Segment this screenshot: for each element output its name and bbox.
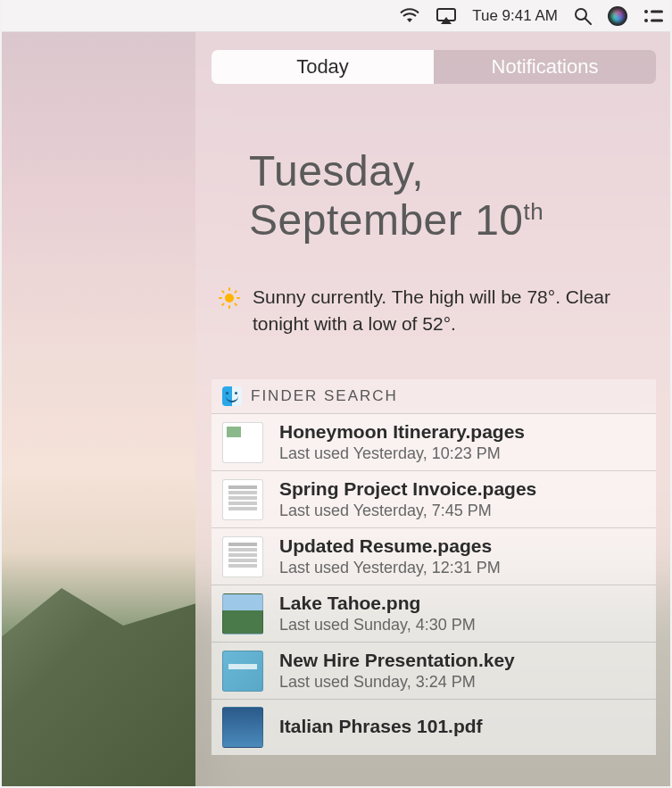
finder-search-widget: FINDER SEARCH Honeymoon Itinerary.pages … bbox=[212, 379, 656, 755]
siri-icon[interactable] bbox=[608, 6, 627, 26]
notification-center-panel: Today Notifications Tuesday, September 1… bbox=[195, 32, 672, 788]
file-thumbnail-icon bbox=[222, 422, 263, 463]
date-display: Tuesday, September 10th bbox=[249, 146, 636, 245]
svg-line-2 bbox=[585, 19, 591, 24]
segmented-control: Today Notifications bbox=[212, 50, 656, 84]
svg-rect-4 bbox=[651, 10, 663, 12]
menubar-datetime[interactable]: Tue 9:41 AM bbox=[472, 7, 558, 25]
weather-widget[interactable]: Sunny currently. The high will be 78°. C… bbox=[219, 284, 645, 336]
file-meta: Last used Sunday, 4:30 PM bbox=[279, 616, 645, 635]
notification-center-icon[interactable] bbox=[643, 9, 663, 23]
file-thumbnail-icon bbox=[222, 479, 263, 520]
spotlight-icon[interactable] bbox=[574, 7, 592, 25]
list-item[interactable]: Updated Resume.pages Last used Yesterday… bbox=[212, 527, 656, 585]
wifi-icon[interactable] bbox=[399, 8, 420, 24]
file-meta: Last used Yesterday, 10:23 PM bbox=[279, 444, 645, 463]
file-thumbnail-icon bbox=[222, 651, 263, 692]
list-item[interactable]: New Hire Presentation.key Last used Sund… bbox=[212, 642, 656, 699]
airplay-icon[interactable] bbox=[436, 8, 456, 24]
widget-header: FINDER SEARCH bbox=[212, 379, 656, 413]
file-meta: Last used Yesterday, 7:45 PM bbox=[279, 502, 645, 520]
file-thumbnail-icon bbox=[222, 536, 263, 577]
svg-point-5 bbox=[644, 19, 648, 22]
file-name: Italian Phrases 101.pdf bbox=[279, 716, 645, 737]
file-name: Honeymoon Itinerary.pages bbox=[279, 421, 645, 443]
widget-title: FINDER SEARCH bbox=[251, 387, 398, 405]
file-thumbnail-icon bbox=[222, 707, 263, 748]
date-line2: September 10th bbox=[249, 195, 636, 245]
weather-text: Sunny currently. The high will be 78°. C… bbox=[253, 284, 645, 336]
menubar: Tue 9:41 AM bbox=[0, 0, 672, 32]
svg-point-3 bbox=[644, 10, 648, 13]
widget-list: Honeymoon Itinerary.pages Last used Yest… bbox=[212, 413, 656, 755]
tab-notifications[interactable]: Notifications bbox=[434, 50, 656, 84]
file-name: Updated Resume.pages bbox=[279, 535, 645, 557]
list-item[interactable]: Lake Tahoe.png Last used Sunday, 4:30 PM bbox=[212, 585, 656, 642]
file-thumbnail-icon bbox=[222, 593, 263, 635]
svg-point-1 bbox=[576, 9, 586, 20]
list-item[interactable]: Honeymoon Itinerary.pages Last used Yest… bbox=[212, 413, 656, 470]
date-month-day: September 10 bbox=[249, 196, 524, 244]
date-ordinal: th bbox=[524, 198, 544, 225]
file-name: New Hire Presentation.key bbox=[279, 650, 645, 671]
file-meta: Last used Yesterday, 12:31 PM bbox=[279, 559, 645, 577]
list-item[interactable]: Spring Project Invoice.pages Last used Y… bbox=[212, 470, 656, 527]
svg-rect-6 bbox=[651, 19, 663, 21]
file-name: Spring Project Invoice.pages bbox=[279, 478, 645, 500]
file-name: Lake Tahoe.png bbox=[279, 593, 645, 614]
list-item[interactable]: Italian Phrases 101.pdf bbox=[212, 699, 656, 755]
date-line1: Tuesday, bbox=[249, 146, 636, 195]
sun-icon bbox=[219, 287, 240, 309]
file-meta: Last used Sunday, 3:24 PM bbox=[279, 673, 645, 692]
tab-today[interactable]: Today bbox=[212, 50, 434, 84]
finder-icon bbox=[222, 386, 242, 406]
